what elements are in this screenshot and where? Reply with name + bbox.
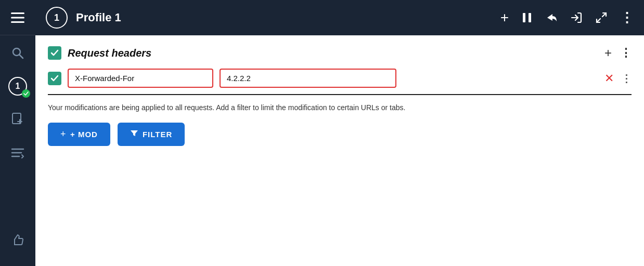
section-title: Request headers — [68, 47, 598, 59]
rule-row: ✕ ⋮ — [48, 69, 632, 95]
topbar: 1 Profile 1 + — [35, 0, 644, 35]
topbar-actions: + — [500, 9, 634, 26]
sidebar-item-search[interactable] — [0, 37, 35, 69]
add-mod-button[interactable]: + + MOD — [48, 123, 110, 146]
rule-more-button[interactable]: ⋮ — [621, 72, 632, 85]
content-area: Request headers + ⋮ ✕ ⋮ Your modificatio… — [35, 35, 644, 266]
mod-button-label: + MOD — [70, 130, 98, 139]
svg-rect-0 — [11, 12, 24, 14]
expand-button[interactable] — [595, 11, 608, 24]
plus-icon: + — [60, 129, 66, 140]
section-add-button[interactable]: + — [604, 46, 612, 60]
topbar-profile-badge: 1 — [46, 7, 68, 29]
login-button[interactable] — [570, 11, 583, 24]
sidebar-item-thumbsup[interactable] — [0, 224, 35, 256]
svg-rect-12 — [523, 13, 525, 22]
sidebar-item-sort[interactable] — [0, 137, 35, 168]
section-actions: + ⋮ — [604, 46, 632, 60]
menu-button[interactable] — [0, 0, 35, 35]
pause-button[interactable] — [521, 12, 533, 23]
profile-active-badge — [22, 89, 30, 98]
svg-rect-13 — [529, 13, 531, 22]
more-menu-button[interactable]: ⋮ — [620, 10, 634, 26]
section-more-button[interactable]: ⋮ — [620, 46, 632, 60]
add-filter-button[interactable]: FILTER — [118, 123, 185, 146]
sidebar: 1 — [0, 0, 35, 266]
rule-delete-button[interactable]: ✕ — [604, 72, 614, 85]
add-tab-button[interactable]: + — [500, 9, 509, 26]
sidebar-item-add-page[interactable] — [0, 104, 35, 135]
filter-button-label: FILTER — [143, 130, 172, 139]
info-text: Your modifications are being applied to … — [48, 102, 516, 113]
rule-checkbox[interactable] — [48, 72, 61, 85]
topbar-title: Profile 1 — [76, 11, 492, 24]
section-header: Request headers + ⋮ — [48, 46, 632, 60]
sidebar-item-profile[interactable]: 1 — [0, 71, 35, 102]
rule-actions: ✕ ⋮ — [604, 72, 632, 85]
section-checkbox[interactable] — [48, 46, 61, 60]
filter-icon — [130, 129, 138, 139]
share-button[interactable] — [545, 12, 558, 23]
action-buttons: + + MOD FILTER — [48, 123, 632, 146]
header-name-input[interactable] — [68, 69, 213, 88]
header-value-input[interactable] — [220, 69, 396, 88]
svg-rect-2 — [11, 21, 24, 23]
svg-rect-1 — [11, 17, 24, 18]
main-panel: 1 Profile 1 + — [35, 0, 644, 266]
svg-line-4 — [20, 55, 23, 59]
